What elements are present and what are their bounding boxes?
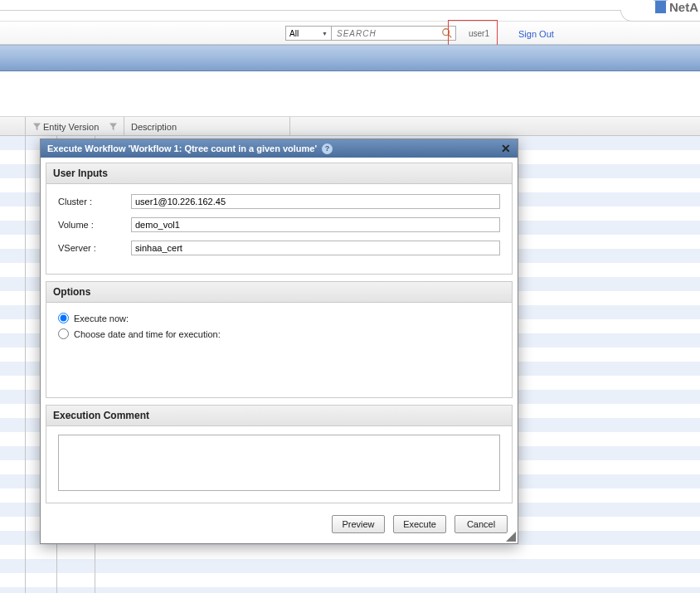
col-description-label: Description — [131, 122, 177, 132]
radio-choose-date-row[interactable]: Choose date and time for execution: — [58, 328, 500, 339]
chevron-down-icon: ▼ — [322, 31, 328, 36]
radio-choose-date[interactable] — [58, 328, 69, 339]
radio-execute-now-row[interactable]: Execute now: — [58, 313, 500, 323]
section-execution-comment-title: Execution Comment — [46, 406, 512, 426]
dialog-titlebar[interactable]: Execute Workflow 'Workflow 1: Qtree coun… — [41, 139, 518, 158]
col-divider — [25, 136, 26, 593]
brand-text: NetA — [669, 0, 698, 14]
search-input[interactable] — [332, 26, 456, 41]
row-volume: Volume : — [58, 217, 500, 232]
section-options: Options Execute now: Choose date and tim… — [46, 281, 513, 398]
section-options-title: Options — [46, 282, 512, 303]
dialog-button-bar: Preview Execute Cancel — [46, 510, 513, 538]
volume-label: Volume : — [58, 220, 131, 230]
brand-logo: NetA — [655, 0, 698, 14]
execution-comment-textarea[interactable] — [58, 435, 500, 491]
radio-choose-date-label: Choose date and time for execution: — [74, 329, 221, 339]
blue-band — [0, 45, 700, 71]
section-user-inputs-title: User Inputs — [46, 163, 512, 184]
execute-workflow-dialog: Execute Workflow 'Workflow 1: Qtree coun… — [40, 139, 518, 544]
brand-icon — [655, 1, 666, 13]
col-description[interactable]: Description — [124, 117, 290, 137]
sign-out-link[interactable]: Sign Out — [518, 29, 554, 39]
section-execution-comment: Execution Comment — [46, 405, 513, 503]
volume-input[interactable] — [131, 217, 500, 232]
cluster-label: Cluster : — [58, 197, 131, 207]
section-user-inputs: User Inputs Cluster : Volume : VServer : — [46, 163, 513, 275]
col-entity-version-label: Entity Version — [43, 122, 99, 132]
search-scope-dropdown[interactable]: All ▼ — [285, 26, 332, 41]
col-entity-version[interactable]: Entity Version — [25, 117, 124, 137]
table-header: Entity Version Description — [0, 116, 700, 136]
close-icon[interactable]: ✕ — [501, 142, 511, 155]
dialog-title: Execute Workflow 'Workflow 1: Qtree coun… — [47, 143, 317, 153]
row-cluster: Cluster : — [58, 194, 500, 209]
radio-execute-now-label: Execute now: — [74, 314, 129, 323]
filter-icon[interactable] — [32, 123, 40, 131]
top-ribbon: NetA — [0, 0, 700, 22]
execute-button[interactable]: Execute — [393, 515, 446, 533]
resize-grip-icon[interactable] — [506, 532, 516, 542]
row-vserver: VServer : — [58, 241, 500, 255]
filter-icon[interactable] — [109, 123, 117, 131]
search-scope-value: All — [289, 29, 299, 38]
radio-execute-now[interactable] — [58, 313, 69, 323]
vserver-input[interactable] — [131, 241, 500, 255]
cluster-input[interactable] — [131, 194, 500, 209]
vserver-label: VServer : — [58, 243, 131, 253]
help-icon[interactable]: ? — [322, 143, 333, 154]
search-bar: All ▼ | user1 Sign Out — [0, 22, 700, 45]
preview-button[interactable]: Preview — [332, 515, 385, 533]
cancel-button[interactable]: Cancel — [455, 515, 508, 533]
